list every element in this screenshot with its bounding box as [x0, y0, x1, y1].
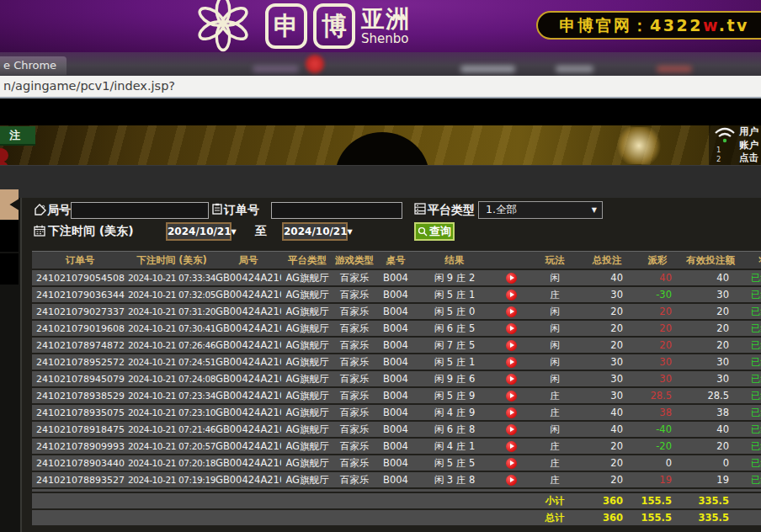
- play-icon[interactable]: [506, 475, 517, 486]
- black-divider: [0, 98, 761, 125]
- cell-valid-bet: 20: [682, 321, 739, 336]
- column-header: 订单号: [32, 251, 128, 269]
- cell-platform: AG旗舰厅: [281, 422, 333, 437]
- play-icon[interactable]: [506, 323, 517, 334]
- cell-order-id: 241021078918475: [32, 422, 128, 437]
- date-from-select[interactable]: 2024/10/21 ▼: [166, 222, 231, 241]
- play-icon[interactable]: [506, 424, 517, 435]
- cell-payout: 20: [633, 338, 682, 353]
- logo-char-shen: 申: [265, 3, 307, 49]
- cell-bet-time: 2024-10-21 07:30:41: [128, 321, 216, 336]
- cell-replay: [493, 405, 529, 420]
- column-header: 游戏类型: [333, 251, 375, 269]
- cell-valid-bet: 30: [682, 371, 739, 386]
- cell-table-no: B004: [375, 321, 416, 336]
- column-header: [493, 251, 529, 269]
- order-id-label: 订单号: [224, 203, 259, 218]
- collapse-tab[interactable]: [0, 189, 19, 220]
- side-number: 1: [716, 146, 721, 155]
- search-button[interactable]: 查询: [414, 222, 455, 241]
- cell-result: 闲 5 庄 5: [416, 455, 493, 471]
- cell-status: 已结算: [739, 287, 761, 302]
- total-label: 总计: [529, 510, 581, 525]
- cell-replay: [493, 439, 529, 454]
- cell-order-id: 241021078909993: [32, 439, 128, 454]
- order-id-input[interactable]: [271, 202, 402, 219]
- cell-result: 闲 6 庄 5: [416, 321, 493, 336]
- total-valid-bet: 335.5: [682, 510, 739, 525]
- cell-order-id: 241021079019608: [32, 321, 128, 336]
- chevron-down-icon: ▼: [348, 228, 356, 236]
- play-icon[interactable]: [506, 273, 517, 284]
- game-side-panel: 12 用户账户点击: [709, 125, 761, 165]
- cell-game-type: 百家乐: [333, 321, 375, 336]
- play-icon[interactable]: [506, 374, 517, 385]
- play-icon[interactable]: [506, 407, 517, 418]
- cell-payout: 40: [633, 270, 682, 285]
- cell-status: 已结算: [739, 371, 761, 386]
- cell-table-no: B004: [375, 422, 416, 437]
- round-id-label: 局号: [47, 203, 71, 218]
- cell-payout: 20: [633, 321, 682, 336]
- cell-platform: AG旗舰厅: [281, 388, 333, 403]
- side-menu-item: 点击: [739, 152, 758, 165]
- platform-type-select[interactable]: 1.全部 ▼: [478, 201, 603, 219]
- play-icon[interactable]: [506, 290, 517, 301]
- browser-titlebar: e Chrome: [0, 52, 761, 76]
- cell-total-bet: 40: [581, 270, 633, 285]
- side-panel-menu: 用户账户点击: [739, 125, 758, 165]
- cell-play: 庄: [529, 472, 581, 487]
- cell-platform: AG旗舰厅: [281, 270, 333, 285]
- cell-table-no: B004: [375, 287, 416, 302]
- play-icon[interactable]: [506, 357, 517, 368]
- address-bar[interactable]: n/agingame/pcv1/index.jsp?: [0, 76, 761, 98]
- subtotal-row: 小计 360 155.5 335.5: [32, 493, 761, 508]
- play-icon[interactable]: [506, 340, 517, 351]
- side-menu-item: 账户: [739, 139, 758, 152]
- cell-bet-time: 2024-10-21 07:21:46: [128, 422, 216, 437]
- cell-round-id: GB00424A210G9: [216, 439, 281, 454]
- total-row: 总计 360 155.5 335.5: [32, 510, 761, 525]
- blurred-tab-text: [253, 66, 299, 72]
- cell-round-id: GB00424A210GA: [216, 422, 281, 437]
- cell-platform: AG旗舰厅: [281, 455, 333, 471]
- play-icon[interactable]: [506, 391, 517, 402]
- table-row: 241021078903440 2024-10-21 07:20:18 GB00…: [32, 455, 761, 471]
- cell-status: 已结算: [739, 338, 761, 353]
- cell-valid-bet: 38: [682, 405, 739, 420]
- cell-total-bet: 30: [581, 371, 633, 386]
- table-row: 241021079027337 2024-10-21 07:31:20 GB00…: [32, 304, 761, 319]
- round-id-input[interactable]: [71, 202, 209, 219]
- cell-table-no: B004: [375, 405, 416, 420]
- logo-subtitle: Shenbo: [361, 33, 410, 45]
- wifi-icon: [714, 126, 736, 145]
- cell-game-type: 百家乐: [333, 439, 375, 454]
- cell-round-id: GB00424A210GC: [216, 405, 281, 420]
- column-header: 状态: [739, 251, 761, 269]
- play-icon[interactable]: [506, 441, 517, 452]
- cell-game-type: 百家乐: [333, 422, 375, 437]
- date-to-select[interactable]: 2024/10/21 ▼: [282, 222, 348, 241]
- play-icon[interactable]: [506, 458, 517, 469]
- cell-platform: AG旗舰厅: [281, 287, 333, 302]
- play-icon[interactable]: [506, 306, 517, 317]
- cell-order-id: 241021078893527: [32, 472, 128, 487]
- cell-valid-bet: 28.5: [682, 388, 739, 403]
- cell-result: 闲 9 庄 2: [416, 270, 493, 285]
- cell-status: 已结算: [739, 304, 761, 319]
- cell-round-id: GB00424A210G6: [216, 472, 281, 487]
- cell-status: 已结算: [739, 321, 761, 336]
- cell-platform: AG旗舰厅: [281, 439, 333, 454]
- cell-bet-time: 2024-10-21 07:24:08: [128, 371, 216, 386]
- cell-valid-bet: 30: [682, 354, 739, 370]
- cell-game-type: 百家乐: [333, 371, 375, 386]
- table-row: 241021078974872 2024-10-21 07:26:46 GB00…: [32, 338, 761, 353]
- cell-payout: 28.5: [633, 388, 682, 403]
- cell-play: 闲: [529, 338, 581, 353]
- cell-payout: -40: [633, 422, 682, 437]
- cell-result: 闲 5 庄 1: [416, 287, 493, 302]
- logo-char-bo: 博: [313, 3, 355, 49]
- tag-icon: [35, 204, 46, 215]
- left-rail: [0, 198, 20, 532]
- game-background: 注 12 用户账户点击: [0, 125, 761, 165]
